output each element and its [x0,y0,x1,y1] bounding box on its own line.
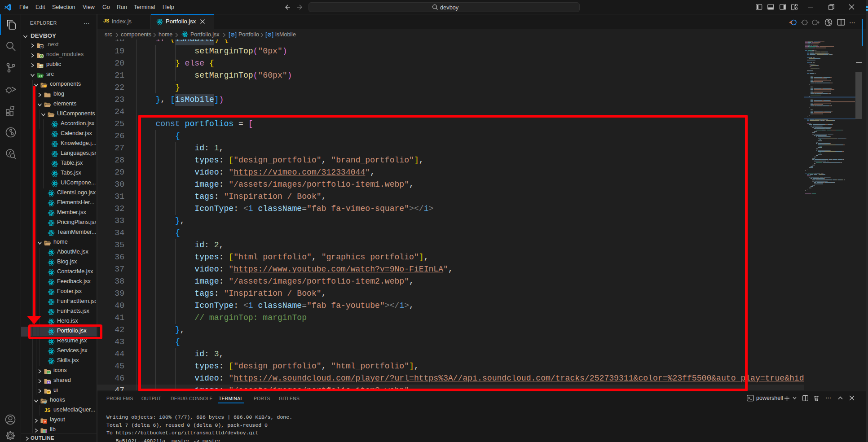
svg-text:N: N [40,45,42,48]
svg-text:n: n [41,55,42,57]
